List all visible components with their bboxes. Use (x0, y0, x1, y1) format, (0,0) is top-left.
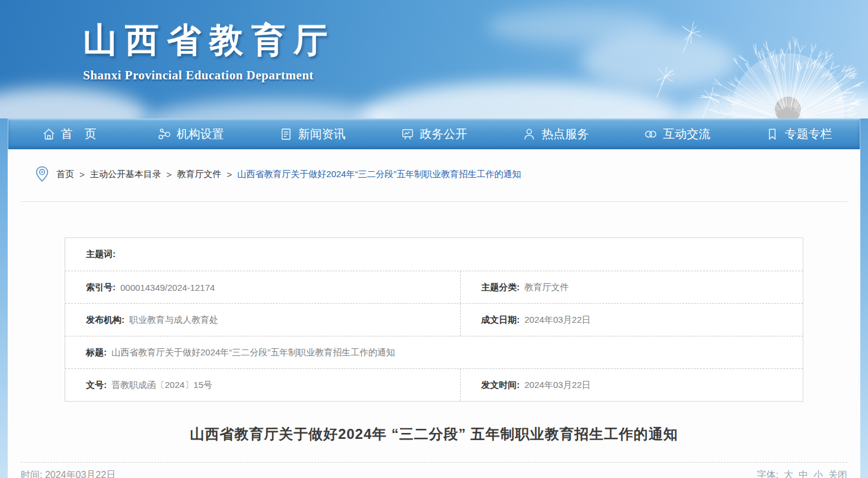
breadcrumb-separator: > (167, 169, 172, 179)
nav-item-special-column[interactable]: 专题专栏 (738, 119, 860, 149)
nav-item-interaction-link[interactable]: 互动交流 (617, 119, 738, 149)
publish-time: 时间: 2024年03月22日 (21, 469, 116, 478)
nav-item-label: 政务公开 (420, 126, 467, 142)
breadcrumb-link[interactable]: 主动公开基本目录 (90, 169, 161, 180)
field-label: 文号: (86, 380, 107, 391)
nav-item-label: 首 页 (61, 126, 97, 142)
time-value: 2024年03月22日 (45, 470, 116, 478)
doc-info-cell: 主题词: (65, 238, 803, 271)
site-title: 山西省教育厅 (83, 18, 336, 63)
font-size-option-大[interactable]: 大 (784, 470, 793, 478)
org-structure-icon (158, 127, 171, 141)
field-value: 山西省教育厅关于做好2024年“三二分段”五年制职业教育招生工作的通知 (111, 347, 395, 358)
font-size-option-中[interactable]: 中 (799, 470, 808, 478)
doc-info-cell: 标题:山西省教育厅关于做好2024年“三二分段”五年制职业教育招生工作的通知 (65, 336, 803, 368)
field-label: 主题词: (86, 249, 116, 260)
doc-info-cell: 成文日期:2024年03月22日 (460, 304, 803, 336)
main-nav: 首 页机构设置新闻资讯政务公开热点服务互动交流专题专栏 (8, 118, 860, 149)
article-title: 山西省教育厅关于做好2024年 “三二分段” 五年制职业教育招生工作的通知 (8, 425, 860, 444)
nav-item-news[interactable]: 新闻资讯 (251, 119, 373, 149)
site-logo: 山西省教育厅 Shanxi Provincial Education Depar… (83, 18, 336, 83)
field-value: 000014349/2024-12174 (120, 283, 215, 293)
field-label: 主题分类: (481, 282, 520, 293)
field-label: 索引号: (86, 282, 116, 293)
nav-item-org-structure[interactable]: 机构设置 (130, 119, 251, 149)
nav-item-label: 新闻资讯 (298, 126, 346, 142)
site-subtitle: Shanxi Provincial Education Department (83, 68, 336, 83)
field-label: 发文时间: (481, 380, 520, 391)
breadcrumb-separator: > (227, 169, 232, 179)
nav-item-label: 专题专栏 (784, 126, 832, 142)
breadcrumb-separator: > (79, 169, 85, 179)
field-label: 成文日期: (481, 315, 520, 326)
nav-item-label: 互动交流 (663, 126, 710, 142)
special-column-icon (765, 127, 779, 141)
field-value: 晋教职成函〔2024〕15号 (111, 380, 212, 391)
breadcrumb-link[interactable]: 教育厅文件 (177, 169, 222, 180)
hot-service-icon (522, 127, 536, 141)
article-meta-bar: 时间: 2024年03月22日 字体:大中小关闭 (21, 462, 847, 478)
doc-info-cell: 文号:晋教职成函〔2024〕15号 (65, 369, 460, 401)
news-icon (279, 127, 293, 141)
breadcrumb-link[interactable]: 首页 (56, 169, 74, 180)
dandelion-image (655, 0, 868, 118)
location-pin-icon (35, 166, 49, 182)
nav-item-home[interactable]: 首 页 (8, 119, 130, 149)
nav-item-label: 机构设置 (177, 126, 224, 142)
field-label: 发布机构: (86, 315, 125, 326)
time-label: 时间: (21, 470, 42, 478)
doc-info-row: 文号:晋教职成函〔2024〕15号发文时间:2024年03月22日 (65, 368, 803, 401)
content-area: 首页>主动公开基本目录>教育厅文件>山西省教育厅关于做好2024年“三二分段”五… (8, 149, 860, 478)
doc-info-row: 标题:山西省教育厅关于做好2024年“三二分段”五年制职业教育招生工作的通知 (65, 336, 803, 368)
section-divider (21, 201, 847, 202)
field-value: 2024年03月22日 (525, 315, 591, 326)
cloud-decoration (142, 100, 397, 118)
doc-info-cell: 索引号:000014349/2024-12174 (65, 271, 460, 303)
doc-info-cell: 发文时间:2024年03月22日 (460, 369, 803, 401)
cloud-decoration (0, 88, 148, 118)
font-size-controls: 字体:大中小关闭 (757, 469, 847, 478)
gov-affairs-icon (401, 127, 414, 141)
doc-info-cell: 发布机构:职业教育与成人教育处 (65, 304, 460, 336)
field-value: 职业教育与成人教育处 (129, 315, 218, 326)
font-label: 字体: (757, 470, 778, 478)
doc-info-table: 主题词:索引号:000014349/2024-12174主题分类:教育厅文件发布… (65, 238, 803, 402)
home-icon (42, 127, 56, 141)
close-button[interactable]: 关闭 (828, 470, 847, 478)
interaction-link-icon (644, 127, 658, 141)
doc-info-row: 发布机构:职业教育与成人教育处成文日期:2024年03月22日 (65, 303, 803, 336)
doc-info-row: 索引号:000014349/2024-12174主题分类:教育厅文件 (65, 271, 803, 303)
doc-info-row: 主题词: (65, 238, 803, 271)
doc-info-cell: 主题分类:教育厅文件 (460, 271, 803, 303)
field-label: 标题: (86, 347, 107, 358)
breadcrumb-current: 山西省教育厅关于做好2024年“三二分段”五年制职业教育招生工作的通知 (237, 169, 521, 180)
site-header: 山西省教育厅 Shanxi Provincial Education Depar… (0, 0, 868, 118)
font-size-option-小[interactable]: 小 (813, 470, 823, 478)
nav-item-hot-service[interactable]: 热点服务 (495, 119, 617, 149)
nav-item-gov-affairs[interactable]: 政务公开 (373, 119, 494, 149)
breadcrumb: 首页>主动公开基本目录>教育厅文件>山西省教育厅关于做好2024年“三二分段”五… (8, 149, 860, 182)
nav-item-label: 热点服务 (541, 126, 589, 142)
field-value: 教育厅文件 (525, 282, 569, 293)
cloud-decoration (486, 9, 664, 44)
field-value: 2024年03月22日 (525, 380, 591, 391)
